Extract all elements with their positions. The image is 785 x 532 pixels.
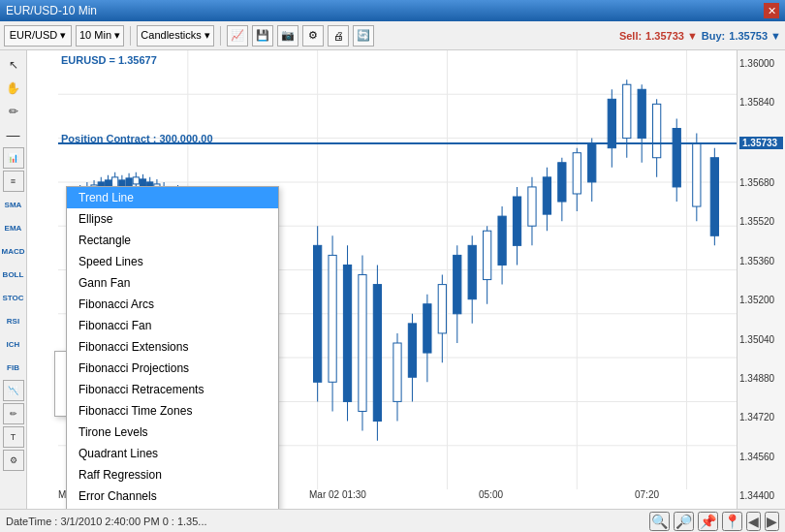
print-btn[interactable]: 🖨 [328, 25, 349, 47]
menu-item-fibonacci-time-zones[interactable]: Fibonacci Time Zones [67, 400, 278, 422]
svg-rect-96 [693, 143, 701, 206]
settings2-btn[interactable]: ⚙ [3, 450, 24, 471]
timeframe-selector[interactable]: 10 Min ▾ [76, 25, 124, 47]
menu-item-speed-lines[interactable]: Speed Lines [67, 251, 278, 272]
price-2: 1.35840 [739, 97, 783, 108]
svg-rect-58 [393, 343, 401, 401]
svg-rect-78 [543, 177, 550, 214]
label-macd[interactable]: MACD [3, 240, 24, 262]
draw-tool[interactable]: ✏ [3, 101, 24, 122]
close-button[interactable]: ✕ [764, 3, 779, 18]
svg-rect-86 [608, 99, 615, 147]
svg-rect-62 [424, 304, 431, 353]
menu-item-fibonacci-arcs[interactable]: Fibonacci Arcs [67, 294, 278, 315]
fibonacci-time-zones-label: Fibonacci Time Zones [78, 404, 192, 418]
svg-rect-64 [438, 285, 446, 333]
status-right-controls: 🔍 🔎 📌 📍 ◀ ▶ [649, 512, 779, 531]
price-11: 1.34400 [739, 490, 783, 501]
cursor-tool[interactable]: ↖ [3, 54, 24, 76]
camera-btn[interactable]: 📷 [277, 25, 298, 47]
svg-rect-56 [373, 285, 381, 422]
svg-rect-84 [588, 143, 596, 182]
label-fib[interactable]: FIB [3, 357, 24, 378]
svg-rect-48 [314, 245, 322, 382]
settings-btn[interactable]: ⚙ [302, 25, 324, 47]
symbol-selector[interactable]: EUR/USD ▾ [4, 25, 72, 47]
nav-icon-2[interactable]: 📍 [722, 512, 742, 531]
chart-type-selector[interactable]: Candlesticks ▾ [137, 25, 214, 47]
buy-price: 1.35753 ▼ [729, 30, 781, 42]
menu-item-quadrant-lines[interactable]: Quadrant Lines [67, 443, 278, 464]
zoom-out-btn[interactable]: 🔎 [674, 512, 694, 531]
hand-tool[interactable]: ✋ [3, 78, 24, 99]
fibonacci-projections-label: Fibonacci Projections [78, 361, 189, 375]
menu-item-trend-line[interactable]: Trend Line [67, 187, 278, 208]
x-label-3: Mar 02 01:30 [309, 489, 366, 500]
menu-item-rectangle[interactable]: Rectangle [67, 230, 278, 251]
current-price-tag: 1.35733 [739, 137, 783, 149]
price-6: 1.35200 [739, 295, 783, 305]
nav-left-btn[interactable]: ◀ [746, 512, 761, 531]
title-bar-text: EUR/USD-10 Min [6, 4, 97, 17]
menu-item-fibonacci-projections[interactable]: Fibonacci Projections [67, 358, 278, 379]
chart-down-btn[interactable]: 📉 [3, 380, 24, 401]
label-ich[interactable]: ICH [3, 333, 24, 355]
menu-item-gann-fan[interactable]: Gann Fan [67, 272, 278, 294]
menu-item-fibonacci-retracements[interactable]: Fibonacci Retracements [67, 379, 278, 400]
svg-rect-90 [638, 89, 645, 138]
text-btn[interactable]: T [3, 426, 24, 448]
save-btn[interactable]: 💾 [252, 25, 273, 47]
svg-rect-32 [126, 178, 132, 186]
menu-item-tirone-levels[interactable]: Tirone Levels [67, 422, 278, 443]
rectangle-label: Rectangle [78, 234, 131, 247]
raff-regression-label: Raff Regression [78, 468, 162, 482]
fibonacci-retracements-label: Fibonacci Retracements [78, 383, 204, 396]
buy-label: Buy: [702, 30, 725, 42]
refresh-btn[interactable]: 🔄 [353, 25, 374, 47]
nav-right-btn[interactable]: ▶ [765, 512, 779, 531]
svg-rect-60 [408, 324, 416, 377]
svg-rect-82 [573, 153, 581, 194]
menu-item-error-channels[interactable]: Error Channels [67, 485, 278, 507]
price-3: 1.35680 [739, 177, 783, 188]
zoom-in-btn[interactable]: 🔍 [649, 512, 670, 531]
price-9: 1.34720 [739, 412, 783, 422]
svg-rect-66 [454, 255, 461, 313]
studies-btn[interactable]: 📊 [3, 147, 24, 169]
draw-btn2[interactable]: ✏ [3, 403, 24, 424]
line-tool[interactable]: — [3, 124, 24, 145]
chart-icon-btn[interactable]: 📈 [227, 25, 248, 47]
toolbar-separator-1 [130, 26, 131, 46]
svg-rect-80 [558, 163, 566, 202]
svg-rect-70 [484, 231, 491, 279]
status-bar: DateTime : 3/1/2010 2:40:00 PM 0 : 1.35.… [0, 509, 785, 532]
menu-item-fibonacci-extensions[interactable]: Fibonacci Extensions [67, 336, 278, 358]
right-price-axis: 1.36000 1.35840 1.35733 1.35680 1.35520 … [737, 50, 785, 509]
label-rsi[interactable]: RSI [3, 310, 24, 331]
svg-rect-76 [528, 187, 536, 226]
left-toolbar: ↖ ✋ ✏ — 📊 ≡ SMA EMA MACD BOLL STOC RSI I… [0, 50, 27, 509]
ellipse-label: Ellipse [78, 212, 112, 226]
toolbar-separator-2 [220, 26, 221, 46]
menu-item-ellipse[interactable]: Ellipse [67, 208, 278, 230]
x-label-5: 07:20 [635, 489, 659, 500]
svg-rect-98 [710, 158, 718, 236]
trend-line-label: Trend Line [78, 191, 134, 204]
price-7: 1.35040 [739, 334, 783, 345]
price-4: 1.35520 [739, 216, 783, 227]
context-menu: Trend Line Ellipse Rectangle Speed Lines… [66, 186, 279, 509]
menu-item-raff-regression[interactable]: Raff Regression [67, 464, 278, 485]
label-boll[interactable]: BOLL [3, 264, 24, 285]
x-label-4: 05:00 [479, 489, 503, 500]
svg-rect-88 [623, 84, 631, 138]
toolbar: EUR/USD ▾ 10 Min ▾ Candlesticks ▾ 📈 💾 📷 … [0, 21, 785, 50]
label-stoc[interactable]: STOC [3, 287, 24, 308]
label-ema[interactable]: EMA [3, 217, 24, 238]
svg-rect-50 [329, 255, 336, 382]
nav-icon-1[interactable]: 📌 [698, 512, 718, 531]
indicator-btn[interactable]: ≡ [3, 171, 24, 192]
menu-item-fibonacci-fan[interactable]: Fibonacci Fan [67, 315, 278, 336]
main-area: ↖ ✋ ✏ — 📊 ≡ SMA EMA MACD BOLL STOC RSI I… [0, 50, 785, 509]
position-label: Position Contract : 300,000.00 [61, 133, 213, 144]
label-sma[interactable]: SMA [3, 194, 24, 215]
